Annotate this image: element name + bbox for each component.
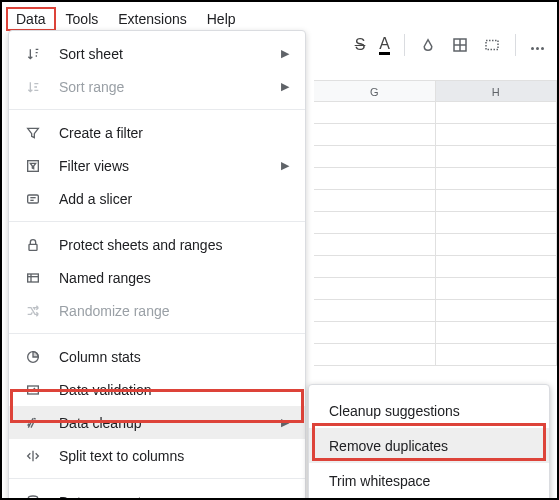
menu-protect-sheets[interactable]: Protect sheets and ranges <box>9 228 305 261</box>
fill-color-icon[interactable] <box>419 36 437 54</box>
menu-data[interactable]: Data <box>6 7 56 31</box>
sort-sheet-icon <box>23 46 43 62</box>
separator <box>9 221 305 222</box>
col-h[interactable]: H <box>436 81 558 102</box>
svg-rect-9 <box>28 274 39 282</box>
submenu-label: Trim whitespace <box>329 473 430 489</box>
submenu-arrow-icon: ▶ <box>281 416 289 429</box>
menu-split-text[interactable]: Split text to columns <box>9 439 305 472</box>
menu-extensions[interactable]: Extensions <box>110 9 194 29</box>
menu-sort-sheet[interactable]: Sort sheet ▶ <box>9 37 305 70</box>
menu-label: Data connectors <box>59 494 265 501</box>
submenu-label: Cleanup suggestions <box>329 403 460 419</box>
submenu-trim-whitespace[interactable]: Trim whitespace <box>309 463 549 498</box>
menu-label: Column stats <box>59 349 289 365</box>
svg-rect-8 <box>29 244 37 250</box>
menu-label: Filter views <box>59 158 265 174</box>
text-color-icon[interactable]: A <box>379 36 390 55</box>
separator <box>9 333 305 334</box>
menu-label: Randomize range <box>59 303 289 319</box>
lock-icon <box>23 237 43 253</box>
menu-randomize-range: Randomize range <box>9 294 305 327</box>
stats-icon <box>23 349 43 365</box>
svg-rect-3 <box>486 41 498 50</box>
col-g[interactable]: G <box>314 81 436 102</box>
data-menu: Sort sheet ▶ Sort range ▶ Create a filte… <box>8 30 306 500</box>
menu-named-ranges[interactable]: Named ranges <box>9 261 305 294</box>
svg-rect-5 <box>28 195 39 203</box>
connectors-icon <box>23 494 43 501</box>
toolbar: S A <box>355 34 545 56</box>
column-headers: G H <box>314 80 557 102</box>
more-icon[interactable] <box>530 37 545 53</box>
menu-label: Protect sheets and ranges <box>59 237 289 253</box>
menu-label: Add a slicer <box>59 191 289 207</box>
menu-label: Data validation <box>59 382 289 398</box>
validation-icon <box>23 382 43 398</box>
divider <box>404 34 405 56</box>
merge-cells-icon[interactable] <box>483 36 501 54</box>
menu-data-connectors[interactable]: Data connectors ▶ <box>9 485 305 500</box>
menu-label: Named ranges <box>59 270 289 286</box>
divider <box>515 34 516 56</box>
sort-range-icon <box>23 79 43 95</box>
randomize-icon <box>23 303 43 319</box>
svg-point-15 <box>28 496 37 500</box>
menu-label: Create a filter <box>59 125 289 141</box>
submenu-arrow-icon: ▶ <box>281 495 289 500</box>
menu-create-filter[interactable]: Create a filter <box>9 116 305 149</box>
separator <box>9 478 305 479</box>
menu-data-validation[interactable]: Data validation <box>9 373 305 406</box>
submenu-arrow-icon: ▶ <box>281 47 289 60</box>
menu-data-cleanup[interactable]: Data cleanup ▶ <box>9 406 305 439</box>
menu-help[interactable]: Help <box>199 9 244 29</box>
separator <box>9 109 305 110</box>
submenu-remove-duplicates[interactable]: Remove duplicates <box>309 428 549 463</box>
menu-label: Split text to columns <box>59 448 289 464</box>
menu-sort-range: Sort range ▶ <box>9 70 305 103</box>
filter-views-icon <box>23 158 43 174</box>
submenu-label: Remove duplicates <box>329 438 448 454</box>
split-icon <box>23 448 43 464</box>
menu-label: Sort range <box>59 79 265 95</box>
menu-column-stats[interactable]: Column stats <box>9 340 305 373</box>
menu-filter-views[interactable]: Filter views ▶ <box>9 149 305 182</box>
named-ranges-icon <box>23 270 43 286</box>
menu-label: Sort sheet <box>59 46 265 62</box>
menu-tools[interactable]: Tools <box>58 9 107 29</box>
borders-icon[interactable] <box>451 36 469 54</box>
menu-label: Data cleanup <box>59 415 265 431</box>
menu-add-slicer[interactable]: Add a slicer <box>9 182 305 215</box>
cleanup-icon <box>23 415 43 431</box>
slicer-icon <box>23 191 43 207</box>
submenu-arrow-icon: ▶ <box>281 80 289 93</box>
filter-icon <box>23 125 43 141</box>
submenu-arrow-icon: ▶ <box>281 159 289 172</box>
data-cleanup-submenu: Cleanup suggestions Remove duplicates Tr… <box>308 384 550 500</box>
strikethrough-icon[interactable]: S <box>355 36 366 54</box>
submenu-cleanup-suggestions[interactable]: Cleanup suggestions <box>309 393 549 428</box>
